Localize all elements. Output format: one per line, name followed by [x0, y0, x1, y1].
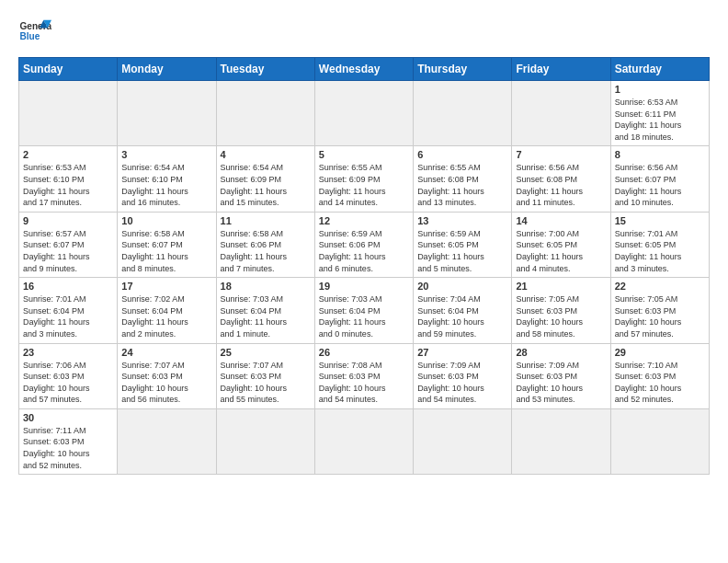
day-number: 12	[319, 215, 409, 226]
day-info: Sunrise: 7:00 AMSunset: 6:05 PMDaylight:…	[516, 228, 606, 274]
day-number: 23	[23, 347, 113, 358]
day-number: 10	[121, 215, 211, 226]
calendar-week-row: 16Sunrise: 7:01 AMSunset: 6:04 PMDayligh…	[19, 278, 710, 343]
day-number: 11	[221, 215, 311, 226]
calendar-day	[216, 81, 314, 146]
calendar-day: 12Sunrise: 6:59 AMSunset: 6:06 PMDayligh…	[314, 212, 413, 277]
day-number: 19	[319, 281, 409, 292]
calendar-day: 14Sunrise: 7:00 AMSunset: 6:05 PMDayligh…	[512, 212, 610, 277]
calendar-day	[118, 81, 216, 146]
calendar-day: 30Sunrise: 7:11 AMSunset: 6:03 PMDayligh…	[19, 408, 118, 474]
calendar-day	[512, 408, 610, 474]
calendar-day: 24Sunrise: 7:07 AMSunset: 6:03 PMDayligh…	[118, 343, 216, 408]
day-number: 4	[221, 149, 311, 160]
calendar-day	[512, 81, 610, 146]
day-number: 13	[417, 215, 507, 226]
day-number: 25	[221, 347, 311, 358]
day-info: Sunrise: 7:08 AMSunset: 6:03 PMDaylight:…	[319, 360, 409, 406]
day-info: Sunrise: 6:55 AMSunset: 6:09 PMDaylight:…	[319, 162, 409, 208]
calendar-day: 21Sunrise: 7:05 AMSunset: 6:03 PMDayligh…	[512, 278, 610, 343]
day-number: 29	[615, 347, 705, 358]
day-info: Sunrise: 6:58 AMSunset: 6:07 PMDaylight:…	[121, 228, 211, 274]
calendar-day: 2Sunrise: 6:53 AMSunset: 6:10 PMDaylight…	[19, 146, 118, 212]
day-number: 22	[615, 281, 705, 292]
calendar-day: 17Sunrise: 7:02 AMSunset: 6:04 PMDayligh…	[118, 278, 216, 343]
calendar-week-row: 2Sunrise: 6:53 AMSunset: 6:10 PMDaylight…	[19, 146, 710, 212]
day-number: 8	[615, 149, 705, 160]
calendar-week-row: 30Sunrise: 7:11 AMSunset: 6:03 PMDayligh…	[19, 408, 710, 474]
day-number: 27	[417, 347, 507, 358]
day-number: 6	[417, 149, 507, 160]
day-header-saturday: Saturday	[610, 58, 709, 81]
logo: General Blue	[18, 15, 51, 48]
calendar-day: 28Sunrise: 7:09 AMSunset: 6:03 PMDayligh…	[512, 343, 610, 408]
calendar-day: 27Sunrise: 7:09 AMSunset: 6:03 PMDayligh…	[414, 343, 512, 408]
calendar-header-row: SundayMondayTuesdayWednesdayThursdayFrid…	[19, 58, 710, 81]
day-info: Sunrise: 6:56 AMSunset: 6:07 PMDaylight:…	[615, 162, 705, 208]
calendar-day: 29Sunrise: 7:10 AMSunset: 6:03 PMDayligh…	[610, 343, 709, 408]
calendar-day: 23Sunrise: 7:06 AMSunset: 6:03 PMDayligh…	[19, 343, 118, 408]
day-info: Sunrise: 7:10 AMSunset: 6:03 PMDaylight:…	[615, 360, 705, 406]
day-info: Sunrise: 6:56 AMSunset: 6:08 PMDaylight:…	[516, 162, 606, 208]
day-info: Sunrise: 7:11 AMSunset: 6:03 PMDaylight:…	[23, 425, 113, 471]
day-info: Sunrise: 6:53 AMSunset: 6:11 PMDaylight:…	[615, 97, 705, 143]
day-number: 21	[516, 281, 606, 292]
calendar-day: 16Sunrise: 7:01 AMSunset: 6:04 PMDayligh…	[19, 278, 118, 343]
day-number: 9	[23, 215, 113, 226]
day-info: Sunrise: 6:54 AMSunset: 6:10 PMDaylight:…	[121, 162, 211, 208]
calendar-day: 10Sunrise: 6:58 AMSunset: 6:07 PMDayligh…	[118, 212, 216, 277]
day-header-friday: Friday	[512, 58, 610, 81]
day-info: Sunrise: 7:03 AMSunset: 6:04 PMDaylight:…	[221, 293, 311, 339]
calendar-day: 15Sunrise: 7:01 AMSunset: 6:05 PMDayligh…	[610, 212, 709, 277]
day-number: 15	[615, 215, 705, 226]
day-header-sunday: Sunday	[19, 58, 118, 81]
calendar-day: 13Sunrise: 6:59 AMSunset: 6:05 PMDayligh…	[414, 212, 512, 277]
day-number: 2	[23, 149, 113, 160]
day-number: 3	[121, 149, 211, 160]
day-info: Sunrise: 6:59 AMSunset: 6:05 PMDaylight:…	[417, 228, 507, 274]
day-number: 20	[417, 281, 507, 292]
day-header-thursday: Thursday	[414, 58, 512, 81]
day-number: 5	[319, 149, 409, 160]
day-info: Sunrise: 7:01 AMSunset: 6:04 PMDaylight:…	[23, 293, 113, 339]
calendar-day	[314, 408, 413, 474]
day-header-monday: Monday	[118, 58, 216, 81]
day-info: Sunrise: 6:55 AMSunset: 6:08 PMDaylight:…	[417, 162, 507, 208]
calendar-day: 18Sunrise: 7:03 AMSunset: 6:04 PMDayligh…	[216, 278, 314, 343]
day-info: Sunrise: 6:53 AMSunset: 6:10 PMDaylight:…	[23, 162, 113, 208]
calendar-day: 7Sunrise: 6:56 AMSunset: 6:08 PMDaylight…	[512, 146, 610, 212]
day-info: Sunrise: 6:58 AMSunset: 6:06 PMDaylight:…	[221, 228, 311, 274]
day-info: Sunrise: 7:02 AMSunset: 6:04 PMDaylight:…	[121, 293, 211, 339]
day-info: Sunrise: 7:09 AMSunset: 6:03 PMDaylight:…	[516, 360, 606, 406]
day-info: Sunrise: 7:09 AMSunset: 6:03 PMDaylight:…	[417, 360, 507, 406]
day-info: Sunrise: 7:04 AMSunset: 6:04 PMDaylight:…	[417, 293, 507, 339]
calendar-day: 22Sunrise: 7:05 AMSunset: 6:03 PMDayligh…	[610, 278, 709, 343]
logo-icon: General Blue	[18, 15, 51, 48]
day-header-wednesday: Wednesday	[314, 58, 413, 81]
calendar-day: 20Sunrise: 7:04 AMSunset: 6:04 PMDayligh…	[414, 278, 512, 343]
calendar-day: 9Sunrise: 6:57 AMSunset: 6:07 PMDaylight…	[19, 212, 118, 277]
calendar-day: 8Sunrise: 6:56 AMSunset: 6:07 PMDaylight…	[610, 146, 709, 212]
day-info: Sunrise: 6:57 AMSunset: 6:07 PMDaylight:…	[23, 228, 113, 274]
day-number: 14	[516, 215, 606, 226]
day-info: Sunrise: 7:05 AMSunset: 6:03 PMDaylight:…	[516, 293, 606, 339]
calendar-table: SundayMondayTuesdayWednesdayThursdayFrid…	[18, 57, 710, 475]
day-info: Sunrise: 7:07 AMSunset: 6:03 PMDaylight:…	[121, 360, 211, 406]
calendar-week-row: 1Sunrise: 6:53 AMSunset: 6:11 PMDaylight…	[19, 81, 710, 146]
calendar-day	[19, 81, 118, 146]
day-number: 16	[23, 281, 113, 292]
calendar-day	[314, 81, 413, 146]
calendar-day: 3Sunrise: 6:54 AMSunset: 6:10 PMDaylight…	[118, 146, 216, 212]
calendar-day: 11Sunrise: 6:58 AMSunset: 6:06 PMDayligh…	[216, 212, 314, 277]
day-header-tuesday: Tuesday	[216, 58, 314, 81]
calendar-week-row: 23Sunrise: 7:06 AMSunset: 6:03 PMDayligh…	[19, 343, 710, 408]
day-number: 7	[516, 149, 606, 160]
day-number: 30	[23, 412, 113, 423]
calendar-day	[216, 408, 314, 474]
calendar-day: 25Sunrise: 7:07 AMSunset: 6:03 PMDayligh…	[216, 343, 314, 408]
day-info: Sunrise: 6:54 AMSunset: 6:09 PMDaylight:…	[221, 162, 311, 208]
calendar-week-row: 9Sunrise: 6:57 AMSunset: 6:07 PMDaylight…	[19, 212, 710, 277]
day-info: Sunrise: 7:05 AMSunset: 6:03 PMDaylight:…	[615, 293, 705, 339]
day-number: 24	[121, 347, 211, 358]
calendar-day: 4Sunrise: 6:54 AMSunset: 6:09 PMDaylight…	[216, 146, 314, 212]
